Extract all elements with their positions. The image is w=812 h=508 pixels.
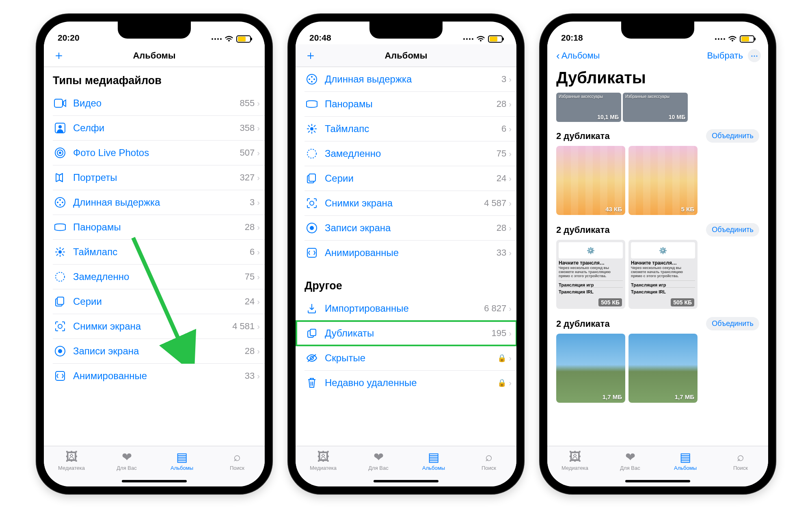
tab-foryou[interactable]: ❤︎Для Вас [351,450,406,471]
albums-icon: ▤ [176,450,188,463]
list-row[interactable]: Панорамы 28 › [304,92,516,117]
duplicate-thumbnail[interactable]: ⚙️Начните трансля…Через несколько секунд… [628,240,698,309]
duplicate-thumbnail[interactable]: 1,7 МБ [556,334,625,403]
list-row[interactable]: Таймлапс 6 › [304,117,516,141]
list-row[interactable]: Серии 24 › [304,166,516,191]
list-row[interactable]: Фото Live Photos 507 › [53,141,265,165]
video-icon [53,96,67,111]
tab-albums[interactable]: ▤Альбомы [154,450,209,471]
list-row[interactable]: Длинная выдержка 3 › [304,67,516,92]
tab-albums[interactable]: ▤Альбомы [406,450,461,471]
list-row[interactable]: Таймлапс 6 › [53,240,265,265]
list-row[interactable]: Панорамы 28 › [53,215,265,240]
tab-search[interactable]: ⌕Поиск [209,450,265,471]
battery-icon [488,35,503,43]
notch [621,22,694,39]
page-title: Дубликаты [547,67,768,93]
section-header-media-types: Типы медиафайлов [44,67,265,91]
add-button[interactable]: ＋ [53,47,65,64]
row-label: Серии [73,296,245,307]
duplicate-group-title: 2 дубликата [556,131,610,141]
merge-button[interactable]: Объединить [706,317,759,330]
list-row[interactable]: Записи экрана 28 › [53,339,265,364]
home-indicator[interactable] [374,480,438,482]
list-row[interactable]: Дубликаты 195 › [304,321,516,346]
svg-line-42 [308,131,310,132]
slomo-icon [53,269,67,284]
svg-point-46 [310,201,314,205]
svg-line-19 [56,254,58,256]
list-row[interactable]: Скрытые 🔒 › [304,346,516,371]
tab-library[interactable]: 🖼Медиатека [296,450,351,471]
burst-icon [53,294,67,309]
list-row[interactable]: Импортированные 6 827 › [304,296,516,321]
chevron-right-icon: › [257,124,260,133]
svg-line-39 [308,125,310,127]
list-row[interactable]: Анимированные 33 › [53,364,265,388]
merge-button[interactable]: Объединить [706,129,759,143]
chevron-right-icon: › [509,248,512,258]
tab-albums[interactable]: ▤Альбомы [658,450,713,471]
home-indicator[interactable] [625,480,690,482]
row-label: Недавно удаленные [325,377,497,389]
heart-square-icon: ❤︎ [374,450,384,463]
tab-library[interactable]: 🖼Медиатека [44,450,99,471]
longexp-icon [304,72,319,87]
tab-library[interactable]: 🖼Медиатека [547,450,603,471]
svg-point-11 [58,250,62,254]
notch [369,22,443,39]
duplicate-icon [304,326,319,341]
heart-square-icon: ❤︎ [122,450,132,463]
row-count: 6 [250,247,255,257]
duplicate-thumbnail[interactable]: 43 КБ [556,146,625,215]
duplicate-thumbnail[interactable]: 1,7 МБ [628,334,698,403]
row-label: Записи экрана [325,222,497,234]
tab-foryou[interactable]: ❤︎Для Вас [99,450,154,471]
select-button[interactable]: Выбрать [707,50,743,61]
svg-point-48 [310,226,314,230]
row-count: 855 [240,98,255,109]
row-label: Фото Live Photos [73,147,240,158]
lock-icon: 🔒 [497,378,506,387]
list-row[interactable]: Снимки экрана 4 581 › [53,314,265,339]
portrait-icon [53,170,67,185]
signal-icon [715,38,725,40]
list-row[interactable]: Анимированные 33 › [304,241,516,265]
list-row[interactable]: Снимки экрана 4 587 › [304,191,516,216]
svg-point-10 [57,202,58,203]
more-button[interactable]: ⋯ [748,49,761,62]
trash-icon [304,376,319,390]
list-row[interactable]: Записи экрана 28 › [304,216,516,241]
phone-frame-3: 20:18 ‹ Альбомы Выбрать ⋯ Дубликаты Избр… [540,14,775,494]
home-indicator[interactable] [122,480,187,482]
duplicate-thumbnail[interactable]: Избранные аксессуары10 МБ [623,93,688,122]
nav-title: Альбомы [133,50,175,61]
back-button[interactable]: ‹ Альбомы [556,50,600,62]
tab-foryou[interactable]: ❤︎Для Вас [603,450,658,471]
duplicate-thumbnail[interactable]: Избранные аксессуары10,1 МБ [556,93,621,122]
list-row[interactable]: Замедленно 75 › [304,141,516,166]
list-row[interactable]: Селфи 358 › [53,116,265,141]
add-button[interactable]: ＋ [304,47,317,64]
row-count: 24 [497,173,506,184]
row-label: Замедленно [73,271,245,282]
list-row[interactable]: Портреты 327 › [53,165,265,190]
duplicate-thumbnail[interactable]: 5 КБ [628,146,698,215]
row-count: 358 [240,123,255,133]
list-row[interactable]: Видео 855 › [53,91,265,116]
chevron-left-icon: ‹ [556,50,560,62]
list-row[interactable]: Серии 24 › [53,289,265,314]
list-row[interactable]: Замедленно 75 › [53,265,265,289]
merge-button[interactable]: Объединить [706,223,759,237]
nav-bar: ‹ Альбомы Выбрать ⋯ [547,44,768,67]
pano-icon [53,220,67,234]
tab-search[interactable]: ⌕Поиск [461,450,516,471]
list-row[interactable]: Длинная выдержка 3 › [53,190,265,215]
duplicate-thumbnail[interactable]: ⚙️Начните трансля…Через несколько секунд… [556,240,625,309]
svg-point-43 [307,149,316,158]
svg-line-40 [314,131,315,132]
chevron-right-icon: › [509,149,512,158]
tab-search[interactable]: ⌕Поиск [713,450,768,471]
row-label: Серии [325,173,497,184]
list-row[interactable]: Недавно удаленные 🔒 › [304,371,516,395]
